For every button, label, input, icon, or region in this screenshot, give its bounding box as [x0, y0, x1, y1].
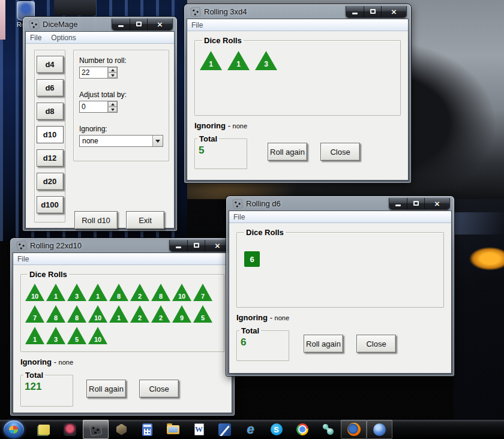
minimize-icon [395, 205, 401, 206]
maximize-button[interactable] [187, 240, 205, 251]
d10-die: 1 [25, 327, 44, 344]
start-button[interactable] [4, 420, 24, 438]
ignoring-line: Ignoring - none [194, 121, 401, 130]
spin-up-button[interactable] [108, 67, 117, 73]
d10-die: 8 [151, 284, 170, 301]
dice-rolls-label: Dice Rolls [28, 270, 69, 279]
dice-rolls-group: Dice Rolls 6 [236, 228, 444, 308]
spin-down-button[interactable] [108, 107, 117, 112]
window-dicemage[interactable]: DiceMage × FileOptions d4d6d8d10d12d20d1… [23, 17, 177, 231]
menu-item[interactable]: File [30, 34, 41, 42]
titlebar[interactable]: DiceMage × [26, 17, 174, 32]
window-title: Rolling d6 [246, 199, 281, 208]
taskbar-design-pen-app[interactable] [212, 420, 238, 439]
taskbar-blue-globe-app[interactable] [367, 420, 392, 439]
total-group: Total 6 [236, 326, 289, 361]
titlebar[interactable]: Rolling 22xd10 × [13, 238, 232, 253]
button-d10[interactable]: d10 [37, 126, 64, 143]
adjust-total-label: Adjust total by: [79, 91, 163, 99]
minimize-button[interactable] [170, 240, 187, 251]
spin-up-button[interactable] [108, 101, 117, 107]
minimize-button[interactable] [346, 6, 364, 17]
titlebar[interactable]: Rolling d6 × [229, 196, 451, 211]
roll-again-button[interactable]: Roll again [268, 143, 307, 161]
maximize-button[interactable] [407, 198, 424, 209]
taskbar-dicemage[interactable] [83, 420, 109, 439]
dropdown-button[interactable] [152, 136, 163, 146]
taskbar: W e S [0, 420, 504, 439]
d10-die: 10 [25, 284, 44, 301]
taskbar-calculator[interactable] [134, 420, 160, 439]
total-value: 6 [237, 335, 289, 348]
taskbar-word[interactable]: W [186, 420, 212, 439]
taskbar-firefox[interactable] [341, 420, 367, 439]
ignoring-dropdown[interactable]: none [79, 135, 163, 147]
window-rolling-d6[interactable]: Rolling d6 × File Dice Rolls 6 Ignoring … [226, 196, 454, 376]
maximize-button[interactable] [130, 19, 147, 30]
taskbar-chrome[interactable] [289, 420, 315, 439]
close-dialog-button[interactable]: Close [320, 143, 360, 161]
down-arrow-icon [111, 109, 115, 111]
window-rolling-3xd4[interactable]: Rolling 3xd4 × File Dice Rolls 113 Ignor… [184, 4, 411, 183]
minimize-button[interactable] [389, 198, 407, 209]
taskbar-explorer-folder[interactable] [160, 420, 186, 439]
menu-file[interactable]: File [17, 255, 29, 263]
taskbar-molecule-app[interactable] [315, 420, 341, 439]
button-d20[interactable]: d20 [37, 173, 64, 190]
button-d4[interactable]: d4 [37, 56, 64, 73]
roll-d10-button[interactable]: Roll d10 [74, 211, 118, 229]
total-label: Total [23, 371, 45, 380]
dice-window-icon [29, 19, 40, 29]
menu-file[interactable]: File [233, 213, 245, 221]
total-label: Total [197, 134, 219, 143]
maximize-icon [370, 9, 376, 14]
maximize-button[interactable] [364, 6, 381, 17]
close-button[interactable]: × [424, 198, 449, 209]
maximize-icon [194, 243, 199, 248]
button-d8[interactable]: d8 [37, 103, 64, 120]
close-button[interactable]: × [381, 6, 406, 17]
minimize-icon [352, 13, 358, 14]
d10-die: 8 [46, 305, 65, 323]
number-to-roll-value[interactable]: 22 [80, 67, 107, 78]
titlebar[interactable]: Rolling 3xd4 × [187, 4, 408, 19]
minimize-icon [176, 246, 181, 248]
close-icon: × [434, 199, 440, 208]
total-group: Total 121 [20, 371, 73, 407]
taskbar-skype[interactable]: S [263, 420, 289, 439]
roll-again-button[interactable]: Roll again [86, 380, 126, 398]
close-button[interactable]: × [147, 19, 172, 30]
window-title: DiceMage [43, 20, 78, 29]
dice-rolls-label: Dice Rolls [202, 36, 244, 45]
d10-die: 2 [130, 284, 149, 301]
button-d6[interactable]: d6 [37, 79, 64, 97]
button-d100[interactable]: d100 [37, 196, 64, 214]
close-dialog-button[interactable]: Close [356, 335, 396, 353]
taskbar-sticky-notes[interactable] [31, 420, 57, 439]
maximize-icon [136, 22, 142, 26]
minimize-button[interactable] [112, 19, 130, 30]
menu-file[interactable]: File [191, 21, 203, 29]
d10-die: 3 [46, 327, 65, 344]
down-arrow-icon [111, 74, 115, 77]
adjust-total-spinner[interactable]: 0 [79, 101, 118, 113]
ignoring-line: Ignoring - none [20, 357, 224, 366]
taskbar-d20-roller[interactable] [109, 420, 134, 439]
d10-die: 8 [67, 305, 86, 323]
taskbar-red-media-app[interactable] [57, 420, 83, 439]
exit-button[interactable]: Exit [126, 211, 164, 229]
number-to-roll-spinner[interactable]: 22 [79, 67, 118, 79]
d10-die: 1 [88, 284, 107, 301]
taskbar-internet-explorer[interactable]: e [238, 420, 263, 439]
total-value: 121 [21, 380, 73, 393]
button-d12[interactable]: d12 [37, 149, 64, 167]
adjust-total-value[interactable]: 0 [80, 101, 107, 112]
d10-die: 8 [109, 284, 128, 301]
close-icon: × [215, 241, 220, 250]
spin-down-button[interactable] [108, 73, 117, 78]
window-rolling-22xd10[interactable]: Rolling 22xd10 × File Dice Rolls 1013182… [10, 238, 235, 416]
d10-die: 1 [46, 284, 65, 301]
menu-item[interactable]: Options [51, 34, 76, 42]
close-dialog-button[interactable]: Close [139, 380, 179, 398]
roll-again-button[interactable]: Roll again [304, 335, 343, 353]
